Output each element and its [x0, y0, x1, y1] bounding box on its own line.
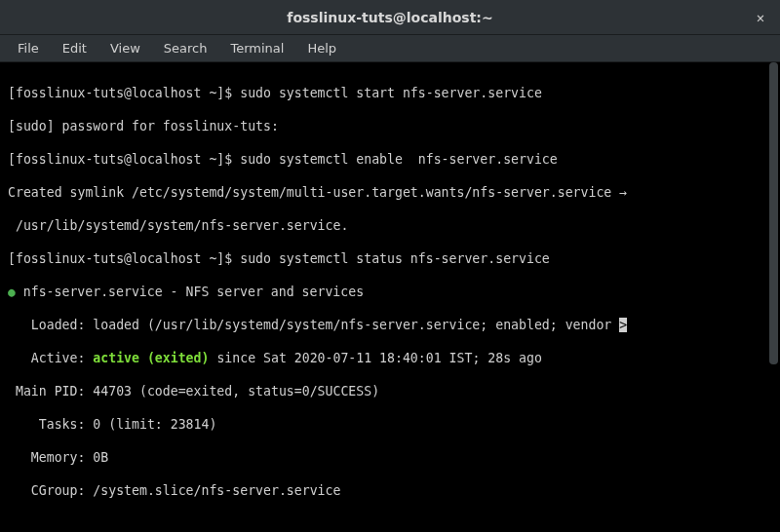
- active-since: since Sat 2020-07-11 18:40:01 IST; 28s a…: [209, 351, 541, 365]
- output-line: /usr/lib/systemd/system/nfs-server.servi…: [8, 217, 772, 234]
- truncate-icon: >: [619, 318, 627, 332]
- menu-terminal[interactable]: Terminal: [220, 38, 293, 58]
- menu-file[interactable]: File: [8, 38, 49, 58]
- active-state: active (exited): [93, 351, 209, 365]
- loaded-line: Loaded: loaded (/usr/lib/systemd/system/…: [8, 318, 619, 332]
- scrollbar[interactable]: [769, 62, 778, 364]
- titlebar: fosslinux-tuts@localhost:~ ✕: [0, 0, 780, 35]
- command-text: sudo systemctl status nfs-server.service: [240, 251, 550, 266]
- tasks-line: Tasks: 0 (limit: 23814): [8, 416, 772, 433]
- prompt: [fosslinux-tuts@localhost ~]$: [8, 86, 240, 100]
- close-icon[interactable]: ✕: [751, 8, 770, 27]
- output-line: Created symlink /etc/systemd/system/mult…: [8, 184, 772, 201]
- terminal-output[interactable]: [fosslinux-tuts@localhost ~]$ sudo syste…: [0, 62, 780, 532]
- menu-search[interactable]: Search: [154, 38, 217, 58]
- sudo-prompt: [sudo] password for fosslinux-tuts:: [8, 118, 772, 134]
- cgroup-line: CGroup: /system.slice/nfs-server.service: [8, 482, 772, 499]
- command-text: sudo systemctl start nfs-server.service: [240, 86, 542, 100]
- window-title: fosslinux-tuts@localhost:~: [287, 10, 492, 25]
- memory-line: Memory: 0B: [8, 449, 772, 466]
- menubar: File Edit View Search Terminal Help: [0, 35, 780, 62]
- command-text: sudo systemctl enable nfs-server.service: [240, 152, 558, 167]
- menu-view[interactable]: View: [100, 38, 150, 58]
- menu-help[interactable]: Help: [297, 38, 346, 58]
- status-header: nfs-server.service - NFS server and serv…: [16, 285, 364, 299]
- status-bullet-icon: ●: [8, 285, 16, 299]
- mainpid-line: Main PID: 44703 (code=exited, status=0/S…: [8, 383, 772, 399]
- blank-line: [8, 515, 772, 532]
- menu-edit[interactable]: Edit: [53, 38, 97, 58]
- active-label: Active:: [8, 351, 93, 365]
- prompt: [fosslinux-tuts@localhost ~]$: [8, 251, 240, 266]
- prompt: [fosslinux-tuts@localhost ~]$: [8, 152, 240, 167]
